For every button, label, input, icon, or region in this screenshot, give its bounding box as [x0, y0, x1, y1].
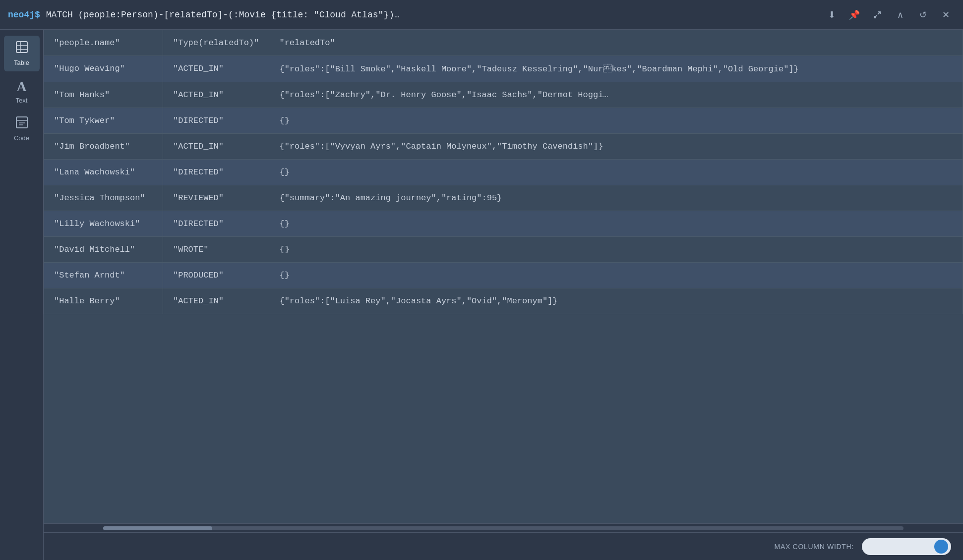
cell-type: "WROTE" [163, 237, 269, 263]
cell-related: {} [269, 160, 963, 185]
footer: MAX COLUMN WIDTH: [44, 532, 963, 560]
cell-name: "Lilly Wachowski" [44, 211, 163, 237]
query-text: MATCH (people:Person)-[relatedTo]-(:Movi… [46, 10, 816, 20]
code-icon [15, 116, 28, 132]
svg-rect-6 [16, 117, 27, 128]
cell-type: "PRODUCED" [163, 263, 269, 288]
cell-name: "Lana Wachowski" [44, 160, 163, 185]
cell-type: "DIRECTED" [163, 160, 269, 185]
cell-related: {} [269, 108, 963, 134]
cell-name: "Halle Berry" [44, 288, 163, 314]
cell-name: "Hugo Weaving" [44, 56, 163, 82]
title-bar: neo4j$ MATCH (people:Person)-[relatedTo]… [0, 0, 963, 30]
max-column-toggle[interactable] [862, 538, 951, 555]
scrollbar-track[interactable] [103, 526, 903, 530]
table-row: "Lilly Wachowski""DIRECTED"{} [44, 211, 963, 237]
refresh-button[interactable]: ↺ [913, 5, 932, 24]
cell-name: "Jim Broadbent" [44, 134, 163, 160]
text-icon: A [16, 79, 26, 95]
cell-related: {"roles":["Vyvyan Ayrs","Captain Molyneu… [269, 134, 963, 160]
title-bar-actions: ⬇ 📌 ∧ ↺ ✕ [822, 5, 955, 24]
cell-related: {"summary":"An amazing journey","rating"… [269, 185, 963, 211]
max-column-label: MAX COLUMN WIDTH: [775, 543, 854, 551]
text-label: Text [16, 97, 28, 104]
toggle-knob [934, 540, 948, 554]
table-row: "David Mitchell""WROTE"{} [44, 237, 963, 263]
sidebar: Table A Text Code [0, 30, 44, 560]
cell-name: "Tom Tykwer" [44, 108, 163, 134]
scrollbar-area[interactable] [44, 523, 963, 532]
table-label: Table [14, 59, 29, 66]
svg-rect-2 [16, 42, 27, 53]
table-row: "Jim Broadbent""ACTED_IN"{"roles":["Vyvy… [44, 134, 963, 160]
cell-type: "REVIEWED" [163, 185, 269, 211]
sidebar-item-code[interactable]: Code [4, 111, 40, 147]
table-row: "Halle Berry""ACTED_IN"{"roles":["Luisa … [44, 288, 963, 314]
table-row: "Lana Wachowski""DIRECTED"{} [44, 160, 963, 185]
cell-related: {} [269, 263, 963, 288]
results-table: "people.name" "Type(relatedTo)" "related… [44, 30, 963, 314]
cell-type: "ACTED_IN" [163, 56, 269, 82]
cell-type: "ACTED_IN" [163, 288, 269, 314]
cell-related: {} [269, 211, 963, 237]
cell-type: "DIRECTED" [163, 211, 269, 237]
table-row: "Tom Tykwer""DIRECTED"{} [44, 108, 963, 134]
table-row: "Stefan Arndt""PRODUCED"{} [44, 263, 963, 288]
collapse-button[interactable]: ∧ [891, 5, 909, 24]
table-container[interactable]: "people.name" "Type(relatedTo)" "related… [44, 30, 963, 523]
cell-type: "DIRECTED" [163, 108, 269, 134]
cell-related: {"roles":["Luisa Rey","Jocasta Ayrs","Ov… [269, 288, 963, 314]
pin-button[interactable]: 📌 [845, 5, 864, 24]
table-row: "Tom Hanks""ACTED_IN"{"roles":["Zachry",… [44, 82, 963, 108]
cell-name: "David Mitchell" [44, 237, 163, 263]
expand-button[interactable] [868, 5, 887, 24]
header-related: "relatedTo" [269, 30, 963, 56]
table-header-row: "people.name" "Type(relatedTo)" "related… [44, 30, 963, 56]
cell-name: "Jessica Thompson" [44, 185, 163, 211]
code-label: Code [14, 134, 29, 142]
cell-name: "Stefan Arndt" [44, 263, 163, 288]
cell-related: {"roles":["Bill Smoke","Haskell Moore","… [269, 56, 963, 82]
sidebar-item-table[interactable]: Table [4, 36, 40, 71]
header-type: "Type(relatedTo)" [163, 30, 269, 56]
content-area: "people.name" "Type(relatedTo)" "related… [44, 30, 963, 560]
cell-type: "ACTED_IN" [163, 134, 269, 160]
cell-type: "ACTED_IN" [163, 82, 269, 108]
download-button[interactable]: ⬇ [822, 5, 841, 24]
table-row: "Jessica Thompson""REVIEWED"{"summary":"… [44, 185, 963, 211]
db-prompt: neo4j$ [8, 10, 40, 20]
close-button[interactable]: ✕ [936, 5, 955, 24]
cell-name: "Tom Hanks" [44, 82, 163, 108]
sidebar-item-text[interactable]: A Text [4, 73, 40, 109]
table-row: "Hugo Weaving""ACTED_IN"{"roles":["Bill … [44, 56, 963, 82]
scrollbar-thumb[interactable] [103, 526, 212, 530]
cell-related: {} [269, 237, 963, 263]
table-icon [15, 41, 28, 57]
expand-icon [873, 10, 882, 19]
main-layout: Table A Text Code "people.n [0, 30, 963, 560]
cell-related: {"roles":["Zachry","Dr. Henry Goose","Is… [269, 82, 963, 108]
header-name: "people.name" [44, 30, 163, 56]
